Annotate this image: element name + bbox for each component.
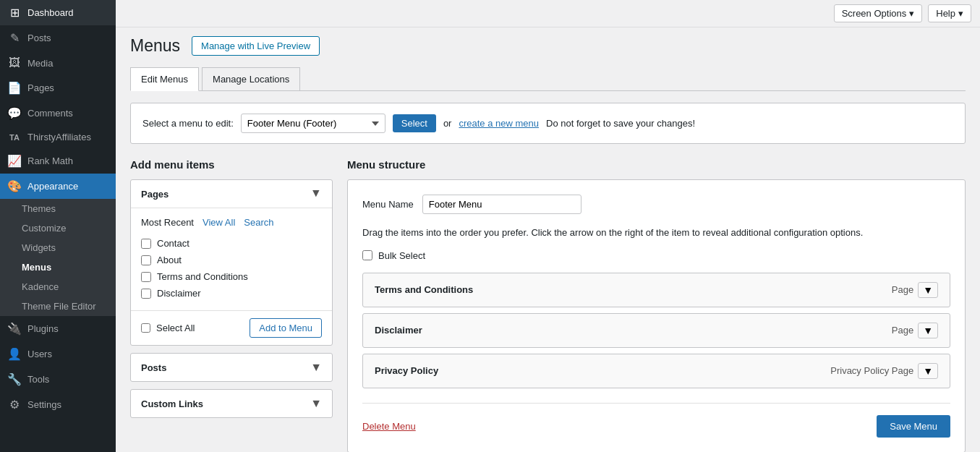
media-icon: 🖼	[7, 56, 22, 69]
submenu-themes[interactable]: Themes	[0, 199, 116, 218]
menu-name-label: Menu Name	[362, 199, 414, 210]
two-col-layout: Add menu items Pages ▲ Most Recent View …	[130, 158, 966, 452]
submenu-widgets[interactable]: Widgets	[0, 238, 116, 257]
sidebar: ⊞ Dashboard ✎ Posts 🖼 Media 📄 Pages 💬 Co…	[0, 0, 116, 452]
item-type-row: Privacy Policy Page ▼	[830, 363, 938, 379]
select-menu-label: Select a menu to edit:	[142, 118, 234, 129]
sidebar-item-media[interactable]: 🖼 Media	[0, 51, 116, 75]
drag-hint: Drag the items into the order you prefer…	[362, 226, 950, 240]
sidebar-item-dashboard[interactable]: ⊞ Dashboard	[0, 0, 116, 25]
right-panel: Menu structure Menu Name Drag the items …	[347, 158, 966, 452]
sidebar-item-label: Tools	[27, 374, 49, 385]
pages-accordion-label: Pages	[141, 189, 169, 200]
menu-name-input[interactable]	[422, 195, 581, 214]
pages-tab-view-all[interactable]: View All	[203, 217, 235, 228]
sidebar-item-pages[interactable]: 📄 Pages	[0, 75, 116, 101]
tab-edit-menus[interactable]: Edit Menus	[130, 67, 199, 91]
list-item: About	[141, 252, 322, 268]
select-all-label[interactable]: Select All	[156, 323, 195, 333]
sidebar-item-posts[interactable]: ✎ Posts	[0, 25, 116, 51]
menu-item-name: Disclaimer	[375, 325, 422, 336]
page-title-row: Menus Manage with Live Preview	[130, 36, 966, 56]
submenu-theme-file-editor[interactable]: Theme File Editor	[0, 297, 116, 316]
menu-select-dropdown[interactable]: Footer Menu (Footer)	[241, 114, 385, 133]
posts-accordion-label: Posts	[141, 362, 166, 373]
custom-links-accordion-header[interactable]: Custom Links ▼	[131, 390, 332, 417]
contact-checkbox[interactable]	[141, 239, 151, 249]
menu-structure-title: Menu structure	[347, 158, 966, 171]
bulk-select-checkbox[interactable]	[362, 250, 372, 260]
screen-options-button[interactable]: Screen Options ▾	[834, 4, 923, 22]
posts-icon: ✎	[7, 31, 22, 45]
sidebar-item-tools[interactable]: 🔧 Tools	[0, 367, 116, 392]
sidebar-item-users[interactable]: 👤 Users	[0, 341, 116, 367]
create-new-menu-link[interactable]: create a new menu	[459, 118, 539, 129]
delete-menu-link[interactable]: Delete Menu	[362, 421, 416, 432]
sidebar-item-label: Media	[27, 58, 53, 69]
item-expand-button[interactable]: ▼	[918, 282, 938, 298]
select-all-checkbox[interactable]	[141, 323, 150, 333]
submenu-menus[interactable]: Menus	[0, 257, 116, 277]
sidebar-item-plugins[interactable]: 🔌 Plugins	[0, 316, 116, 341]
tools-icon: 🔧	[7, 372, 22, 386]
select-button[interactable]: Select	[393, 114, 436, 132]
screen-options-label: Screen Options	[842, 8, 907, 19]
disclaimer-checkbox[interactable]	[141, 289, 151, 299]
terms-label[interactable]: Terms and Conditions	[157, 271, 248, 282]
menu-name-row: Menu Name	[362, 195, 950, 214]
submenu-customize[interactable]: Customize	[0, 218, 116, 238]
sidebar-item-thirstyaffiliates[interactable]: TA ThirstyAffiliates	[0, 126, 116, 148]
list-item: Contact	[141, 235, 322, 252]
sidebar-item-settings[interactable]: ⚙ Settings	[0, 392, 116, 417]
sidebar-item-comments[interactable]: 💬 Comments	[0, 101, 116, 126]
menu-item-row: Terms and Conditions Page ▼	[362, 273, 950, 307]
menu-structure-box: Menu Name Drag the items into the order …	[347, 179, 966, 452]
users-icon: 👤	[7, 347, 22, 361]
select-all-row: Select All	[141, 323, 195, 333]
list-item: Terms and Conditions	[141, 268, 322, 285]
pages-chevron-icon: ▲	[310, 187, 322, 200]
submenu-kadence[interactable]: Kadence	[0, 277, 116, 297]
contact-label[interactable]: Contact	[157, 238, 189, 249]
live-preview-button[interactable]: Manage with Live Preview	[192, 36, 320, 56]
item-type-row: Page ▼	[892, 282, 938, 298]
sidebar-item-label: Pages	[27, 82, 54, 93]
pages-accordion-footer: Select All Add to Menu	[131, 310, 332, 345]
custom-links-chevron-icon: ▼	[310, 397, 322, 410]
posts-chevron-icon: ▼	[310, 361, 322, 374]
sidebar-item-rankmath[interactable]: 📈 Rank Math	[0, 148, 116, 174]
tab-manage-locations[interactable]: Manage Locations	[202, 67, 300, 90]
disclaimer-label[interactable]: Disclaimer	[157, 288, 201, 299]
pages-icon: 📄	[7, 81, 22, 95]
posts-accordion-header[interactable]: Posts ▼	[131, 354, 332, 381]
item-type-text: Page	[892, 325, 913, 336]
custom-links-accordion: Custom Links ▼	[130, 389, 333, 418]
reminder-text: Do not forget to save your changes!	[546, 118, 695, 129]
pages-accordion-header[interactable]: Pages ▲	[131, 180, 332, 208]
about-label[interactable]: About	[157, 255, 182, 265]
sidebar-item-label: Plugins	[27, 323, 59, 334]
sidebar-item-label: Users	[27, 349, 52, 359]
tabs: Edit Menus Manage Locations	[130, 67, 966, 91]
pages-tab-search[interactable]: Search	[244, 217, 273, 228]
topbar: Screen Options ▾ Help ▾	[116, 0, 980, 27]
bulk-select-label[interactable]: Bulk Select	[378, 250, 425, 261]
help-button[interactable]: Help ▾	[928, 4, 971, 22]
terms-checkbox[interactable]	[141, 272, 151, 282]
item-expand-button[interactable]: ▼	[918, 323, 938, 338]
about-checkbox[interactable]	[141, 255, 151, 265]
item-expand-button[interactable]: ▼	[918, 363, 938, 379]
menu-item-name: Privacy Policy	[375, 365, 438, 376]
pages-tabs: Most Recent View All Search	[141, 217, 322, 228]
sidebar-item-label: Rank Math	[27, 155, 73, 166]
page-content: Menus Manage with Live Preview Edit Menu…	[116, 27, 980, 452]
sidebar-item-appearance[interactable]: 🎨 Appearance	[0, 174, 116, 199]
sidebar-item-label: ThirstyAffiliates	[27, 132, 91, 142]
sidebar-item-label: Posts	[27, 33, 51, 43]
appearance-icon: 🎨	[7, 179, 22, 193]
menu-item-name: Terms and Conditions	[375, 284, 473, 295]
add-to-menu-button[interactable]: Add to Menu	[250, 318, 322, 338]
pages-tab-most-recent[interactable]: Most Recent	[141, 217, 194, 228]
save-menu-button[interactable]: Save Menu	[877, 415, 950, 438]
help-label: Help	[936, 8, 955, 19]
